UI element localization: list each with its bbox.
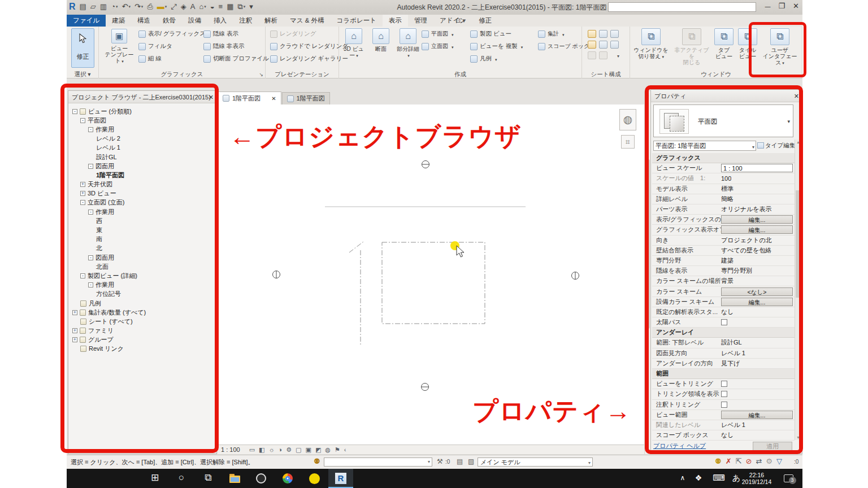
scroll-down-icon[interactable]: ▼ <box>645 449 650 453</box>
tree-expander-icon[interactable]: + <box>80 191 85 196</box>
tree-expander-icon[interactable]: - <box>80 118 85 123</box>
save-icon[interactable]: ▥ <box>100 1 107 12</box>
steering-wheel-icon[interactable]: ◍ <box>619 109 636 130</box>
browser-tree-item[interactable]: シート (すべて) <box>68 317 216 326</box>
browser-tree-item[interactable]: - 作業用 <box>68 207 216 216</box>
ribbon-tab[interactable]: 挿入 <box>207 15 233 27</box>
restore-button[interactable] <box>778 2 785 10</box>
deselect-links-icon[interactable]: ⊘ <box>745 457 752 465</box>
tree-expander-icon[interactable]: - <box>88 127 93 132</box>
ribbon-tab[interactable]: 構造 <box>131 15 157 27</box>
panel-label-windows[interactable]: ウィンドウ <box>630 70 802 79</box>
browser-tree-item[interactable]: + ファミリ <box>68 326 216 336</box>
project-browser-header[interactable]: プロジェクト ブラウザ - 二上Exercise0301(2015) <box>68 91 216 103</box>
select-pinned-icon[interactable]: ⇄ <box>756 457 762 465</box>
panel-label-sheet[interactable]: シート構成 <box>582 70 630 79</box>
instance-selector[interactable]: 平面図: 1階平面図 <box>653 141 756 151</box>
thin-lines-icon[interactable]: ≡ <box>219 1 223 12</box>
ribbon-button[interactable]: レンダリング <box>270 30 348 38</box>
ribbon-big-button[interactable]: ⌂部分詳細 <box>396 28 420 59</box>
type-selector[interactable]: 平面図 ▾ <box>653 104 793 137</box>
obs-icon[interactable] <box>249 469 274 488</box>
touch-keyboard-icon[interactable]: ⌨ <box>710 469 727 488</box>
properties-scrollbar[interactable]: ▲ ▼ <box>795 140 801 440</box>
minimize-button[interactable] <box>765 2 770 10</box>
tree-expander-icon[interactable]: - <box>88 164 93 169</box>
sheet-issues-icon[interactable] <box>610 41 619 49</box>
select-underlay-icon[interactable]: ⚙ <box>766 457 772 465</box>
tree-expander-icon[interactable]: - <box>72 109 77 114</box>
scroll-up-icon[interactable]: ▲ <box>645 93 650 97</box>
design-options-icon[interactable]: ▤ <box>457 457 463 465</box>
open-icon[interactable]: ▱ <box>90 1 96 12</box>
collapse-icon[interactable]: ‹ <box>344 446 346 454</box>
browser-tree-item[interactable]: 北面 <box>68 262 216 271</box>
ribbon-button[interactable]: 切断面 プロファイル <box>203 55 269 63</box>
visual-style-icon[interactable]: ◧ <box>259 446 264 454</box>
revit-logo[interactable]: R <box>69 1 76 12</box>
sun-path-icon[interactable]: ☼ <box>268 446 274 454</box>
show-crop-icon[interactable]: ▣ <box>305 446 311 454</box>
tree-expander-icon[interactable]: + <box>80 182 85 187</box>
browser-tree-item[interactable]: 東 <box>68 225 216 234</box>
browser-tree-item[interactable]: - 製図ビュー (詳細) <box>68 271 216 280</box>
ribbon-tab[interactable]: 設備 <box>182 15 207 27</box>
view-tab[interactable]: 1階平面図 <box>282 92 330 104</box>
tree-expander-icon[interactable]: + <box>72 328 77 333</box>
crop-view-icon[interactable]: ▢ <box>296 446 301 454</box>
browser-tree-item[interactable]: Revit リンク <box>68 345 216 354</box>
view-tab[interactable]: 1階平面図 <box>218 91 281 104</box>
property-line[interactable] <box>382 242 485 324</box>
close-hidden-windows-icon[interactable]: ▦ <box>227 1 233 12</box>
infocenter-search-input[interactable] <box>608 2 756 12</box>
browser-tree-item[interactable]: - 立面図 (立面) <box>68 198 216 207</box>
measure-icon[interactable]: ▬ <box>157 1 167 12</box>
default-3d-view-icon[interactable]: ⌂ <box>199 1 206 12</box>
apply-button[interactable]: 適用 <box>753 442 792 451</box>
ribbon-tab[interactable]: 注釈 <box>233 15 258 27</box>
ribbon-button[interactable]: 表示/ グラフィックス <box>138 30 206 38</box>
zoom-icon[interactable]: ⌗ <box>621 135 635 149</box>
panel-label-create[interactable]: 作成 <box>339 70 581 79</box>
customize-qat-icon[interactable]: ▾ <box>249 1 253 12</box>
sheet-more-icon[interactable]: ▾ <box>617 54 619 59</box>
close-button[interactable] <box>793 2 799 10</box>
scrollbar-thumb[interactable] <box>796 190 801 298</box>
ribbon-button[interactable]: レンダリング ギャラリー <box>270 55 348 63</box>
ribbon-big-button[interactable]: ⧉非アクティブを閉じる <box>673 28 710 66</box>
tree-expander-icon[interactable]: - <box>88 210 93 215</box>
ribbon-tab[interactable]: コラボレート <box>331 15 383 27</box>
ribbon-big-button[interactable]: ⌂断面 <box>368 28 393 59</box>
selection-filter-icon[interactable]: ▽ <box>776 457 782 465</box>
scroll-down-icon[interactable]: ▼ <box>795 435 801 439</box>
browser-tree-item[interactable]: - 平面図 <box>68 116 216 125</box>
task-view-button[interactable]: ⧉ <box>196 469 220 488</box>
dropbox-icon[interactable]: ❖ <box>690 469 707 488</box>
editable-only-icon[interactable]: ⚒ <box>437 457 443 465</box>
tree-expander-icon[interactable]: - <box>80 273 85 278</box>
browser-tree-item[interactable]: - 図面用 <box>68 162 216 171</box>
properties-help-link[interactable]: プロパティ ヘルプ <box>653 442 706 449</box>
ribbon-big-button[interactable]: ⌂3D ビュー <box>341 28 366 59</box>
redo-icon[interactable]: ↷ <box>134 1 143 12</box>
modify-options-icon[interactable]: ⊡ ▾ <box>451 15 470 27</box>
tree-expander-icon[interactable]: - <box>88 255 93 260</box>
aligned-dimension-icon[interactable]: ⤢ <box>171 1 176 12</box>
revit-taskbar-icon[interactable]: R <box>328 469 353 488</box>
tree-expander-icon[interactable]: - <box>88 282 93 287</box>
edit-type-button[interactable]: タイプ編集 <box>757 141 799 151</box>
place-view-icon[interactable] <box>599 30 607 38</box>
panel-label-presentation[interactable]: プレゼンテーション <box>266 70 338 79</box>
properties-header[interactable]: プロパティ <box>651 90 802 102</box>
ribbon-tab[interactable]: 管理 <box>408 15 433 27</box>
ribbon-tab[interactable]: 建築 <box>106 15 131 27</box>
ribbon-button[interactable]: ビューを 複製 <box>470 42 523 50</box>
ribbon-big-button[interactable]: ⧉タブビュー <box>714 28 734 66</box>
ribbon-button[interactable]: 製図 ビュー <box>470 30 523 38</box>
browser-tree-item[interactable]: + 集計表/数量 (すべて) <box>68 308 216 317</box>
print-icon[interactable]: ⎙ <box>147 1 153 12</box>
chevron-down-icon[interactable]: ▾ <box>787 119 790 124</box>
ribbon-big-button[interactable]: ⧉ウィンドウを切り替え <box>632 28 670 66</box>
active-option-icon[interactable]: ▧ <box>468 457 474 465</box>
constraints-icon[interactable]: ⚑ <box>335 446 340 454</box>
